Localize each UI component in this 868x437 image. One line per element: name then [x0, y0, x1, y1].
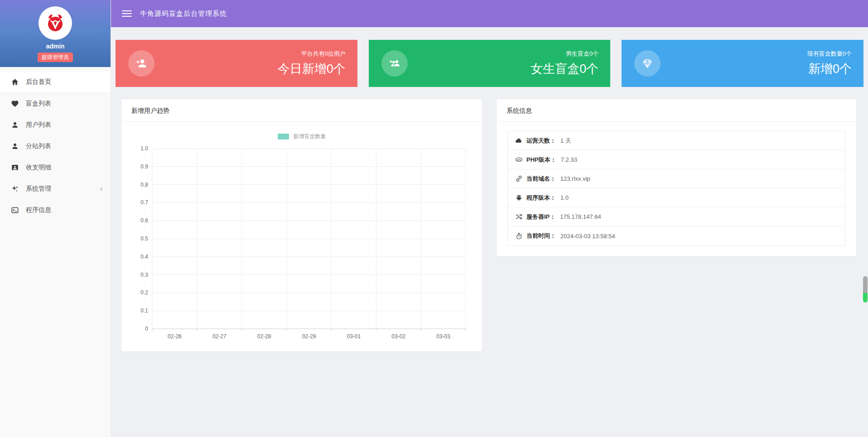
system-row-label: PHP版本：	[526, 156, 556, 164]
svg-text:03-02: 03-02	[391, 333, 405, 340]
heart-icon	[11, 100, 19, 108]
system-row-value: 2024-03-03 13:58:54	[560, 233, 615, 240]
svg-text:0: 0	[145, 326, 148, 332]
terminal-icon	[11, 206, 19, 214]
stat-card-text: 现有盲盒数量0个 新增0个	[807, 50, 852, 77]
system-row-server-ip: 服务器IP： 175.178.147.64	[508, 207, 845, 226]
system-info-panel: 系统信息 运营天数： 1 天 php PHP版本： 7.2.33	[497, 99, 856, 256]
chevron-right-icon: ›	[100, 185, 102, 192]
sidebar-item-label: 收支明细	[26, 163, 102, 172]
sidebar-item-label: 系统管理	[26, 185, 100, 193]
sidebar-item-dashboard[interactable]: 后台首页	[0, 72, 111, 93]
scrollbar-indicator	[863, 293, 868, 303]
svg-text:03-03: 03-03	[436, 333, 450, 340]
stat-card-box-count[interactable]: 现有盲盒数量0个 新增0个	[622, 40, 863, 87]
sidebar-item-label: 程序信息	[26, 206, 102, 214]
diamond-icon	[634, 50, 661, 77]
svg-text:0.3: 0.3	[140, 272, 148, 278]
stat-card-text: 男生盲盒0个 女生盲盒0个	[530, 50, 598, 77]
person-add-icon	[128, 50, 154, 77]
system-row-php-version: php PHP版本： 7.2.33	[508, 150, 845, 169]
svg-text:1.0: 1.0	[140, 145, 148, 152]
user-icon	[11, 142, 19, 150]
stat-card-title: 今日新增0个	[278, 61, 346, 77]
system-row-value: 1.0	[560, 194, 569, 201]
system-info-list: 运营天数： 1 天 php PHP版本： 7.2.33 当前域名： 123.rl…	[507, 131, 845, 246]
system-row-value: 7.2.33	[561, 156, 577, 163]
system-row-domain: 当前域名： 123.rlxx.vip	[508, 169, 845, 188]
system-row-label: 服务器IP：	[526, 213, 555, 221]
user-panel: admin 超级管理员	[0, 0, 111, 67]
sidebar-item-system-management[interactable]: 系统管理 ›	[0, 178, 111, 199]
svg-text:0.6: 0.6	[140, 217, 148, 224]
sidebar-item-label: 盲盒列表	[26, 100, 102, 108]
system-row-uptime: 运营天数： 1 天	[508, 131, 845, 150]
stat-card-subtitle: 现有盲盒数量0个	[807, 50, 852, 58]
svg-text:03-01: 03-01	[347, 333, 361, 340]
hamburger-menu-icon[interactable]	[122, 9, 132, 18]
svg-text:0.8: 0.8	[140, 182, 148, 188]
sidebar-item-label: 后台首页	[26, 78, 102, 86]
system-row-label: 程序版本：	[526, 194, 556, 202]
chart-area: 00.10.20.30.40.50.60.70.80.91.002-2602-2…	[121, 140, 482, 346]
svg-text:02-26: 02-26	[168, 333, 182, 340]
stat-card-title: 新增0个	[807, 61, 852, 77]
stat-card-boxes-gender[interactable]: 男生盲盒0个 女生盲盒0个	[369, 40, 611, 87]
system-row-label: 当前域名：	[526, 175, 556, 183]
system-row-current-time: 当前时间： 2024-03-03 13:58:54	[508, 226, 845, 245]
svg-text:02-27: 02-27	[212, 333, 227, 340]
system-row-label: 运营天数：	[526, 137, 556, 145]
shuffle-icon	[515, 213, 523, 221]
sidebar-item-box-list[interactable]: 盲盒列表	[0, 93, 111, 114]
sidebar-item-finance-detail[interactable]: 收支明细	[0, 157, 111, 178]
stat-cards-row: 平台共有0位用户 今日新增0个 男生盲盒0个 女生盲盒0个 现有盲盒数量0个 新…	[111, 27, 868, 87]
sidebar: admin 超级管理员 后台首页 盲盒列表 用户列表 分站列表	[0, 0, 111, 437]
sidebar-item-user-list[interactable]: 用户列表	[0, 114, 111, 135]
sidebar-item-program-info[interactable]: 程序信息	[0, 199, 111, 221]
stat-card-text: 平台共有0位用户 今日新增0个	[278, 50, 346, 77]
stat-card-subtitle: 男生盲盒0个	[530, 50, 598, 58]
system-row-value: 1 天	[560, 137, 571, 145]
system-row-label: 当前时间：	[526, 232, 556, 240]
cloud-icon	[515, 137, 523, 144]
trend-chart-panel: 新增用户趋势 新增盲盒数量 00.10.20.30.40.50.60.70.80…	[121, 99, 482, 351]
sparkles-icon	[11, 185, 19, 193]
system-row-value: 175.178.147.64	[560, 213, 601, 220]
stat-card-users[interactable]: 平台共有0位用户 今日新增0个	[116, 40, 357, 87]
system-row-program-version: 程序版本： 1.0	[508, 188, 845, 207]
svg-text:0.9: 0.9	[140, 163, 148, 170]
user-icon	[11, 121, 19, 129]
sidebar-item-label: 分站列表	[26, 142, 102, 150]
page-scrollbar[interactable]	[863, 276, 868, 303]
legend-label: 新增盲盒数量	[294, 133, 326, 140]
svg-text:02-29: 02-29	[302, 333, 316, 340]
system-panel-title: 系统信息	[497, 99, 856, 122]
link-icon	[515, 175, 523, 182]
scrollbar-thumb[interactable]	[863, 276, 868, 293]
sidebar-item-substation-list[interactable]: 分站列表	[0, 135, 111, 157]
main-content: 平台共有0位用户 今日新增0个 男生盲盒0个 女生盲盒0个 现有盲盒数量0个 新…	[111, 27, 868, 437]
chart-panel-title: 新增用户趋势	[121, 99, 482, 122]
topbar: 牛角源码盲盒后台管理系统	[111, 0, 868, 27]
panels-row: 新增用户趋势 新增盲盒数量 00.10.20.30.40.50.60.70.80…	[121, 99, 856, 351]
app-title: 牛角源码盲盒后台管理系统	[140, 10, 227, 18]
sidebar-menu: 后台首页 盲盒列表 用户列表 分站列表 收支明细	[0, 67, 111, 221]
svg-text:0.1: 0.1	[140, 307, 148, 314]
system-row-value: 123.rlxx.vip	[560, 175, 590, 182]
home-icon	[11, 78, 19, 86]
timer-icon	[515, 232, 523, 240]
contact-card-icon	[11, 163, 19, 172]
role-badge: 超级管理员	[38, 53, 73, 62]
android-icon	[515, 194, 523, 202]
stat-card-subtitle: 平台共有0位用户	[278, 50, 346, 58]
username: admin	[0, 43, 111, 50]
chart-legend[interactable]: 新增盲盒数量	[121, 133, 482, 140]
svg-text:0.5: 0.5	[140, 235, 148, 242]
sidebar-item-label: 用户列表	[26, 121, 102, 129]
stat-card-title: 女生盲盒0个	[530, 61, 598, 77]
app-logo	[39, 6, 72, 40]
legend-swatch	[278, 134, 289, 139]
trend-chart: 00.10.20.30.40.50.60.70.80.91.002-2602-2…	[130, 143, 473, 346]
svg-text:php: php	[517, 158, 521, 161]
svg-text:0.2: 0.2	[140, 289, 148, 296]
